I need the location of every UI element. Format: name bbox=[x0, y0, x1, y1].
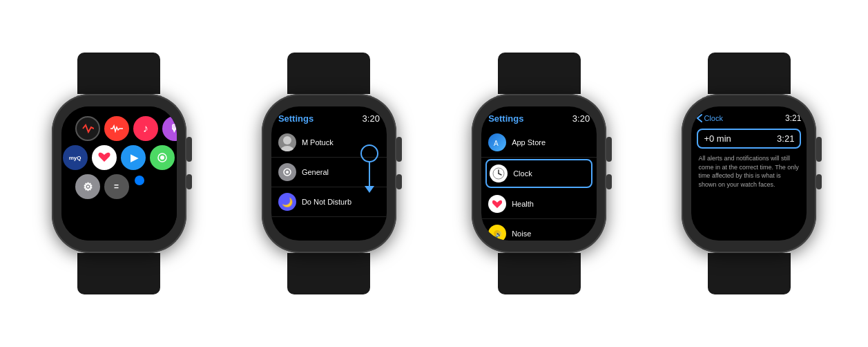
scroll-indicator bbox=[360, 144, 378, 193]
watch-4: Clock 3:21 +0 min 3:21 All alerts and no… bbox=[682, 53, 816, 294]
dnd-icon: 🌙 bbox=[278, 193, 296, 211]
watch-crown-2 bbox=[396, 137, 402, 162]
band-top-1 bbox=[77, 53, 160, 94]
settings-time-3: 3:20 bbox=[572, 113, 590, 124]
band-top-3 bbox=[498, 53, 581, 94]
clock-detail: Clock 3:21 +0 min 3:21 All alerts and no… bbox=[691, 106, 807, 241]
settings-screen-2: Settings 3:20 M Potuck General bbox=[271, 106, 387, 241]
noise-label: Noise bbox=[512, 229, 531, 238]
settings-item-appstore[interactable]: A App Store bbox=[481, 128, 597, 158]
clock-label: Clock bbox=[513, 169, 532, 178]
band-top-2 bbox=[287, 53, 370, 94]
watch-body-3: Settings 3:20 A App Store bbox=[472, 94, 606, 253]
watch-crown-3 bbox=[606, 137, 612, 162]
watch-btn-3 bbox=[606, 174, 612, 189]
health-app-icon[interactable] bbox=[92, 145, 117, 170]
avatar-icon bbox=[278, 133, 296, 151]
watch-2: Settings 3:20 M Potuck General bbox=[262, 53, 396, 294]
clock-value-row[interactable]: +0 min 3:21 bbox=[697, 129, 801, 149]
clock-icon bbox=[490, 165, 508, 182]
watch-screen-1: ♪ 🎙 myQ ▶ bbox=[61, 106, 177, 241]
watch-screen-3: Settings 3:20 A App Store bbox=[481, 106, 597, 241]
settings-header-2: Settings 3:20 bbox=[271, 111, 387, 128]
band-bottom-2 bbox=[287, 253, 370, 294]
svg-text:A: A bbox=[494, 140, 499, 147]
general-label: General bbox=[302, 168, 329, 176]
scene: ♪ 🎙 myQ ▶ bbox=[0, 0, 868, 347]
settings-header-3: Settings 3:20 bbox=[481, 111, 597, 128]
svg-point-3 bbox=[280, 146, 294, 151]
calculator-app-icon[interactable]: = bbox=[104, 174, 129, 199]
settings-time-2: 3:20 bbox=[363, 113, 380, 124]
watch-crown-4 bbox=[816, 137, 822, 162]
dnd-label: Do Not Disturb bbox=[302, 198, 351, 206]
app-grid: ♪ 🎙 myQ ▶ bbox=[61, 106, 177, 241]
clock-detail-description: All alerts and notifications will still … bbox=[691, 151, 807, 191]
settings-item-health[interactable]: Health bbox=[481, 189, 597, 219]
clock-value-label: +0 min bbox=[704, 133, 731, 144]
watch-btn-4 bbox=[816, 174, 822, 189]
myq-app-icon[interactable]: myQ bbox=[63, 145, 88, 170]
settings-title-3: Settings bbox=[488, 113, 523, 124]
svg-point-5 bbox=[286, 171, 289, 174]
back-label: Clock bbox=[704, 114, 723, 122]
watch-body-1: ♪ 🎙 myQ ▶ bbox=[52, 94, 186, 253]
clock-detail-header: Clock 3:21 bbox=[691, 111, 807, 126]
settings-screen-3: Settings 3:20 A App Store bbox=[481, 106, 597, 241]
clock-value-time: 3:21 bbox=[777, 133, 794, 144]
settings-title-2: Settings bbox=[278, 113, 314, 124]
heartrate-app-icon[interactable] bbox=[104, 116, 129, 141]
appstore-icon: A bbox=[488, 133, 506, 151]
blue-dot-icon bbox=[135, 176, 144, 185]
watch-crown-1 bbox=[186, 137, 192, 162]
scroll-arrow bbox=[365, 186, 374, 193]
watch-screen-2: Settings 3:20 M Potuck General bbox=[271, 106, 387, 241]
scroll-circle bbox=[360, 144, 378, 162]
watch-1: ♪ 🎙 myQ ▶ bbox=[52, 53, 186, 294]
settings-item-noise[interactable]: 🔊 Noise bbox=[481, 219, 597, 241]
svg-point-2 bbox=[283, 136, 291, 144]
general-icon bbox=[278, 163, 296, 181]
clock-detail-time: 3:21 bbox=[785, 113, 801, 123]
watch-body-4: Clock 3:21 +0 min 3:21 All alerts and no… bbox=[682, 94, 816, 253]
watch-3: Settings 3:20 A App Store bbox=[472, 53, 606, 294]
watch-btn-2 bbox=[396, 174, 402, 189]
podcasts-app-icon[interactable]: 🎙 bbox=[162, 116, 177, 141]
findmy-app-icon[interactable] bbox=[150, 145, 175, 170]
settings-item-clock[interactable]: Clock bbox=[485, 159, 592, 188]
health-label: Health bbox=[512, 200, 534, 208]
watch-body-2: Settings 3:20 M Potuck General bbox=[262, 94, 396, 253]
svg-point-1 bbox=[160, 156, 164, 160]
activity-app-icon[interactable] bbox=[75, 116, 100, 141]
scroll-line bbox=[369, 162, 371, 186]
settings-app-icon[interactable]: ⚙ bbox=[75, 174, 100, 199]
play-app-icon[interactable]: ▶ bbox=[121, 145, 146, 170]
watch-btn-1 bbox=[186, 174, 192, 189]
band-bottom-3 bbox=[498, 253, 581, 294]
svg-text:🔊: 🔊 bbox=[495, 231, 502, 238]
band-bottom-4 bbox=[708, 253, 791, 294]
music-app-icon[interactable]: ♪ bbox=[133, 116, 158, 141]
appstore-label: App Store bbox=[512, 138, 546, 147]
watch-screen-4: Clock 3:21 +0 min 3:21 All alerts and no… bbox=[691, 106, 807, 241]
mpotuck-label: M Potuck bbox=[302, 138, 334, 147]
health-icon bbox=[488, 195, 506, 213]
band-bottom-1 bbox=[77, 253, 160, 294]
back-button[interactable]: Clock bbox=[697, 114, 723, 122]
band-top-4 bbox=[708, 53, 791, 94]
